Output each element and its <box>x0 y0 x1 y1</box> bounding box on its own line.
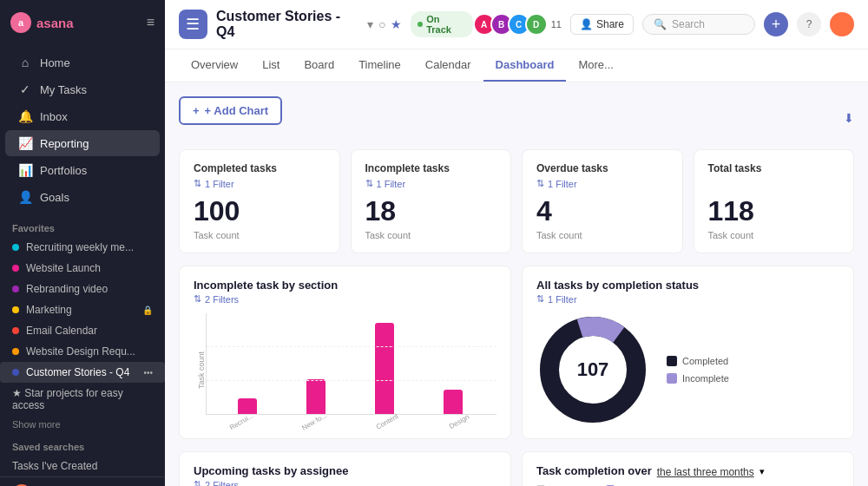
donut-chart-filter[interactable]: ⇅ 1 Filter <box>536 293 839 305</box>
dot-pink-icon <box>12 265 19 272</box>
bottom-row: Upcoming tasks by assignee ⇅ 2 Filters T… <box>179 451 854 486</box>
dashboard-content: + + Add Chart ⬇ Completed tasks ⇅ 1 Filt… <box>165 82 868 486</box>
bar-chart-filter[interactable]: ⇅ 2 Filters <box>194 293 496 305</box>
legend-completed-box <box>667 356 677 366</box>
team-avatars: A B C D 11 <box>473 13 562 36</box>
stat-filter-2[interactable]: ⇅ 1 Filter <box>536 178 668 189</box>
share-icon: 👤 <box>580 18 593 30</box>
legend-incomplete: Incomplete <box>667 373 729 384</box>
stat-number-0: 100 <box>194 196 326 227</box>
download-icon[interactable]: ⬇ <box>844 111 854 125</box>
dot-purple-icon <box>12 286 19 292</box>
charts-row: Incomplete task by section ⇅ 2 Filters T… <box>179 266 854 439</box>
tab-overview[interactable]: Overview <box>179 49 250 82</box>
circle-icon[interactable]: ○ <box>378 17 385 31</box>
fav-item-6[interactable]: Customer Stories - Q4 ••• <box>0 362 165 383</box>
tab-list[interactable]: List <box>250 49 292 82</box>
sidebar: a asana ≡ ⌂ Home ✓ My Tasks 🔔 Inbox 📈 Re… <box>0 0 165 486</box>
dot-red-icon <box>12 327 19 334</box>
dot-yellow-icon <box>12 306 19 313</box>
stat-completed: Completed tasks ⇅ 1 Filter 100 Task coun… <box>179 149 340 253</box>
tab-dashboard[interactable]: Dashboard <box>483 49 567 82</box>
period-link[interactable]: the last three months <box>657 466 754 478</box>
tab-more[interactable]: More... <box>566 49 625 82</box>
asana-logo-icon: a <box>10 12 31 33</box>
star-icon[interactable]: ★ <box>391 17 402 31</box>
stat-number-1: 18 <box>365 196 497 227</box>
fav-item-5[interactable]: Website Design Requ... <box>0 341 165 362</box>
stat-filter-0[interactable]: ⇅ 1 Filter <box>194 178 326 189</box>
donut-wrapper: 107 <box>536 313 649 426</box>
bars-area <box>210 323 490 414</box>
asana-logo[interactable]: a asana <box>10 12 74 33</box>
fav-item-4[interactable]: Email Calendar <box>0 320 165 341</box>
bar-labels: Recrui... New fo... Content Design <box>206 415 496 426</box>
sidebar-item-inbox[interactable]: 🔔 Inbox <box>5 103 160 129</box>
completion-title: Task completion over the last three mont… <box>536 464 839 479</box>
tasks-icon: ✓ <box>17 82 33 96</box>
sidebar-item-goals[interactable]: 👤 Goals <box>5 184 160 210</box>
stat-label-3: Task count <box>708 230 840 240</box>
stat-overdue: Overdue tasks ⇅ 1 Filter 4 Task count <box>522 149 683 253</box>
sidebar-item-reporting[interactable]: 📈 Reporting <box>5 130 160 156</box>
bar-1 <box>306 379 326 414</box>
show-more[interactable]: Show more <box>0 416 165 433</box>
user-avatar[interactable] <box>830 12 854 36</box>
header-left: ☰ Customer Stories - Q4 ▾ ○ ★ On Track <box>179 9 473 40</box>
upcoming-filter[interactable]: ⇅ 2 Filters <box>194 479 496 486</box>
stat-filter-1[interactable]: ⇅ 1 Filter <box>365 178 497 189</box>
project-icon: ☰ <box>179 10 207 39</box>
chevron-period-icon[interactable]: ▾ <box>760 466 765 477</box>
help-button[interactable]: ? <box>797 12 821 36</box>
completion-card: Task completion over the last three mont… <box>522 451 854 486</box>
invite-teammates[interactable]: + Invite teammates <box>0 476 165 486</box>
star-projects[interactable]: ★ Star projects for easy access <box>0 383 165 416</box>
on-track-dot-icon <box>418 22 423 27</box>
header-right: A B C D 11 👤 Share 🔍 Search + ? <box>473 12 854 36</box>
inbox-icon: 🔔 <box>17 109 33 123</box>
stat-number-3: 118 <box>708 196 840 227</box>
dot-orange-icon <box>12 348 19 355</box>
tasks-created-link[interactable]: Tasks I've Created <box>0 456 165 476</box>
legend-incomplete-box <box>667 373 677 384</box>
tab-calendar[interactable]: Calendar <box>413 49 483 82</box>
avatar-4: D <box>525 13 548 36</box>
lock-icon: 🔒 <box>142 305 153 315</box>
chevron-down-icon[interactable]: ▾ <box>367 17 373 31</box>
fav-item-2[interactable]: Rebranding video <box>0 279 165 299</box>
saved-searches-label: Saved searches <box>0 433 165 456</box>
page-header: ☰ Customer Stories - Q4 ▾ ○ ★ On Track A… <box>165 0 868 49</box>
project-title: Customer Stories - Q4 <box>216 9 358 40</box>
bar-chart-title: Incomplete task by section <box>194 279 496 292</box>
stat-label-0: Task count <box>194 230 326 240</box>
legend-completed: Completed <box>667 356 729 366</box>
sidebar-item-home[interactable]: ⌂ Home <box>5 49 160 76</box>
plus-icon: + <box>193 104 200 117</box>
upcoming-title: Upcoming tasks by assignee <box>194 464 496 477</box>
favorites-label: Favorites <box>0 214 165 237</box>
hamburger-icon[interactable]: ≡ <box>147 15 155 30</box>
add-button[interactable]: + <box>764 12 788 36</box>
more-dots-icon: ••• <box>143 368 153 378</box>
stat-total: Total tasks ⇅– 118 Task count <box>694 149 855 253</box>
filter-icon-donut: ⇅ <box>536 293 544 305</box>
stat-number-2: 4 <box>536 196 668 227</box>
grid-line-1 <box>207 346 496 347</box>
add-chart-button[interactable]: + + Add Chart <box>179 96 282 125</box>
share-button[interactable]: 👤 Share <box>570 14 634 35</box>
fav-item-1[interactable]: Website Launch <box>0 258 165 279</box>
y-axis-label: Task count <box>194 313 206 426</box>
fav-item-3[interactable]: Marketing 🔒 <box>0 299 165 320</box>
search-icon: 🔍 <box>654 18 667 30</box>
search-box[interactable]: 🔍 Search <box>642 14 755 35</box>
tab-board[interactable]: Board <box>292 49 346 82</box>
fav-item-0[interactable]: Recruiting weekly me... <box>0 237 165 258</box>
stat-title-2: Overdue tasks <box>536 162 668 174</box>
bar-2 <box>375 323 394 414</box>
dot-blue-icon <box>12 369 19 376</box>
sidebar-nav: ⌂ Home ✓ My Tasks 🔔 Inbox 📈 Reporting 📊 … <box>0 45 165 214</box>
bar-3 <box>444 390 463 414</box>
sidebar-item-my-tasks[interactable]: ✓ My Tasks <box>5 76 160 102</box>
tab-timeline[interactable]: Timeline <box>346 49 413 82</box>
sidebar-item-portfolios[interactable]: 📊 Portfolios <box>5 157 160 183</box>
